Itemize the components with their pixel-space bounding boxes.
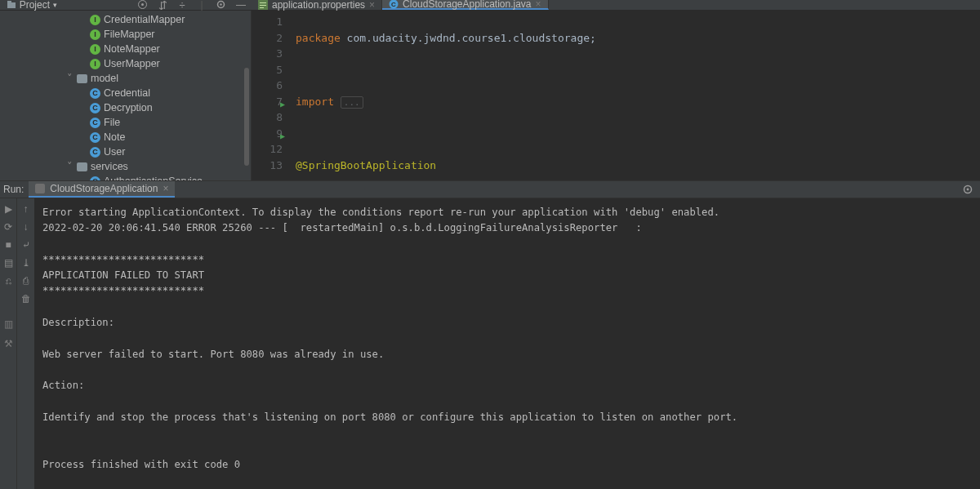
folder-icon bbox=[7, 0, 16, 10]
close-icon[interactable]: × bbox=[163, 183, 168, 194]
tree-item[interactable]: CNote bbox=[0, 130, 251, 144]
editor-gutter: 123567▶89▶1213 bbox=[252, 11, 291, 180]
class-icon: C bbox=[90, 176, 100, 181]
tree-item[interactable]: INoteMapper bbox=[0, 42, 251, 56]
run-toolbar-left2: ↑ ↓ ⤶ ⤓ ⎙ 🗑 bbox=[16, 198, 34, 489]
class-icon: C bbox=[90, 132, 100, 143]
gear-icon[interactable] bbox=[962, 184, 973, 195]
code-area[interactable]: package com.udacity.jwdnd.course1.clouds… bbox=[291, 11, 980, 180]
tree-item[interactable]: IFileMapper bbox=[0, 27, 251, 42]
tab-cloudstorageapplication[interactable]: C CloudStorageApplication.java × bbox=[382, 0, 548, 10]
project-tree[interactable]: ICredentialMapperIFileMapperINoteMapperI… bbox=[0, 11, 252, 180]
svg-point-5 bbox=[220, 3, 221, 5]
svg-point-3 bbox=[141, 3, 144, 6]
console-output[interactable]: Error starting ApplicationContext. To di… bbox=[34, 198, 980, 489]
svg-rect-7 bbox=[260, 2, 266, 3]
run-tab-label: CloudStorageApplication bbox=[50, 183, 158, 194]
actions-icon[interactable]: ⟳ bbox=[2, 221, 14, 233]
close-icon[interactable]: × bbox=[369, 0, 375, 11]
tree-item[interactable]: CUser bbox=[0, 144, 251, 159]
gear-icon[interactable] bbox=[216, 0, 227, 11]
stop-icon[interactable]: ■ bbox=[2, 239, 14, 251]
close-icon[interactable]: × bbox=[536, 0, 541, 10]
trash-icon[interactable]: 🗑 bbox=[20, 293, 32, 305]
left-stripe: ▥ ⚒ bbox=[0, 318, 16, 349]
exit-icon[interactable]: ⎌ bbox=[2, 275, 14, 287]
interface-icon: I bbox=[90, 44, 100, 55]
tree-item[interactable]: ˅model bbox=[0, 71, 251, 86]
class-icon: C bbox=[90, 88, 100, 99]
softwrap-icon[interactable]: ⤶ bbox=[20, 239, 32, 251]
minimize-icon[interactable]: — bbox=[235, 0, 247, 11]
structure-icon[interactable]: ▥ bbox=[4, 318, 13, 330]
fold-icon[interactable]: ... bbox=[341, 96, 363, 109]
tree-item-label: services bbox=[91, 159, 128, 174]
tree-item[interactable]: IUserMapper bbox=[0, 56, 251, 71]
tree-item-label: Note bbox=[104, 130, 125, 144]
chevron-down-icon: ▾ bbox=[53, 1, 57, 9]
run-toolwindow-header: Run: CloudStorageApplication × bbox=[0, 180, 980, 198]
svg-text:C: C bbox=[391, 1, 396, 8]
run-tab[interactable]: CloudStorageApplication × bbox=[29, 181, 175, 198]
tree-item-label: AuthenticationService bbox=[104, 174, 203, 180]
tree-item-label: model bbox=[91, 71, 118, 86]
scroll-end-icon[interactable]: ⤓ bbox=[20, 257, 32, 269]
tree-item[interactable]: CFile bbox=[0, 115, 251, 130]
interface-icon: I bbox=[90, 29, 100, 40]
expander-icon[interactable]: ˅ bbox=[65, 71, 74, 86]
folder-icon bbox=[77, 74, 87, 83]
project-tool-button[interactable]: Project ▾ bbox=[0, 0, 64, 10]
tree-item-label: UserMapper bbox=[104, 56, 160, 71]
svg-rect-1 bbox=[7, 1, 11, 3]
tab-label: CloudStorageApplication.java bbox=[403, 0, 531, 10]
print-icon[interactable]: ⎙ bbox=[20, 275, 32, 287]
rerun-icon[interactable]: ▶ bbox=[2, 203, 14, 215]
class-icon: C bbox=[90, 118, 100, 128]
tree-item-label: File bbox=[104, 115, 120, 130]
code-editor[interactable]: 123567▶89▶1213 package com.udacity.jwdnd… bbox=[252, 11, 980, 180]
tree-item[interactable]: CCredential bbox=[0, 86, 251, 100]
tree-item-label: NoteMapper bbox=[104, 42, 160, 56]
tree-item[interactable]: ICredentialMapper bbox=[0, 12, 251, 27]
tree-item[interactable]: CAuthenticationService bbox=[0, 174, 251, 180]
tree-item-label: CredentialMapper bbox=[104, 12, 185, 27]
class-icon: C bbox=[90, 147, 100, 158]
run-label: Run: bbox=[3, 184, 24, 195]
tree-item-label: Decryption bbox=[104, 100, 153, 115]
expand-all-icon[interactable]: ⇵ bbox=[157, 0, 168, 11]
project-label: Project bbox=[20, 0, 50, 11]
svg-point-13 bbox=[967, 189, 969, 191]
tab-label: application.properties bbox=[272, 0, 365, 11]
folder-icon bbox=[77, 162, 87, 171]
expander-icon[interactable]: ˅ bbox=[65, 159, 74, 174]
tree-item[interactable]: ˅services bbox=[0, 159, 251, 174]
properties-file-icon bbox=[258, 0, 268, 10]
tab-application-properties[interactable]: application.properties × bbox=[252, 0, 382, 10]
down-icon[interactable]: ↓ bbox=[20, 221, 32, 233]
interface-icon: I bbox=[90, 15, 100, 25]
java-class-icon: C bbox=[389, 0, 399, 9]
build-icon[interactable]: ⚒ bbox=[4, 338, 13, 349]
scrollbar-thumb[interactable] bbox=[244, 68, 249, 166]
svg-rect-0 bbox=[7, 2, 16, 8]
svg-rect-9 bbox=[260, 7, 264, 8]
collapse-icon[interactable]: ÷ bbox=[176, 0, 188, 11]
tree-item[interactable]: CDecryption bbox=[0, 100, 251, 115]
layout-icon[interactable]: ▤ bbox=[2, 257, 14, 269]
spring-run-icon bbox=[35, 184, 45, 193]
tree-item-label: FileMapper bbox=[104, 27, 155, 42]
up-icon[interactable]: ↑ bbox=[20, 203, 32, 215]
class-icon: C bbox=[90, 103, 100, 113]
target-icon[interactable] bbox=[137, 0, 149, 11]
tree-item-label: User bbox=[104, 144, 125, 159]
interface-icon: I bbox=[90, 59, 100, 69]
svg-rect-8 bbox=[260, 5, 266, 6]
tree-item-label: Credential bbox=[104, 86, 150, 100]
